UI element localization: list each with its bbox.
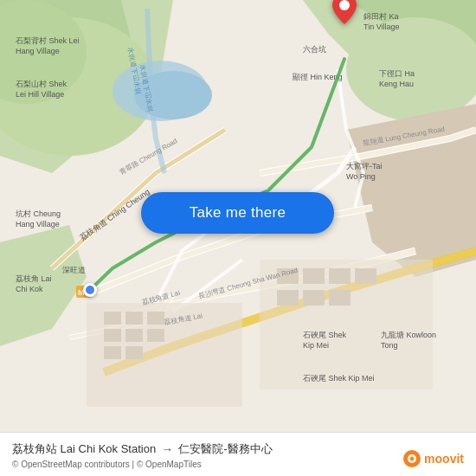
svg-text:石梨背村 Shek Lei: 石梨背村 Shek Lei xyxy=(16,36,80,45)
destination-marker xyxy=(332,0,357,28)
svg-rect-18 xyxy=(147,329,164,342)
svg-rect-16 xyxy=(104,329,121,342)
attribution-text: © OpenStreetMap contributors | © OpenMap… xyxy=(12,460,202,469)
svg-text:Chi Kok: Chi Kok xyxy=(16,285,43,293)
svg-text:下徑口 Ha: 下徑口 Ha xyxy=(379,69,415,78)
moovit-logo-icon xyxy=(403,450,421,467)
svg-rect-14 xyxy=(125,312,143,325)
moovit-text: moovit xyxy=(424,452,464,466)
svg-text:大窩坪-Tai: 大窩坪-Tai xyxy=(346,162,383,170)
svg-rect-24 xyxy=(329,268,351,284)
svg-text:Hang Village: Hang Village xyxy=(16,47,60,55)
svg-rect-15 xyxy=(147,312,164,325)
route-from: 荔枝角站 Lai Chi Kok Station xyxy=(12,441,156,457)
svg-text:深旺道: 深旺道 xyxy=(62,266,86,274)
svg-point-61 xyxy=(339,0,350,10)
route-info: 荔枝角站 Lai Chi Kok Station → 仁安醫院-醫務中心 xyxy=(12,441,464,457)
route-arrow: → xyxy=(161,442,173,456)
svg-rect-13 xyxy=(104,312,121,325)
svg-text:荔枝角 Lai: 荔枝角 Lai xyxy=(16,274,52,283)
map-attribution: © OpenStreetMap contributors | © OpenMap… xyxy=(12,460,464,469)
svg-text:Tin Village: Tin Village xyxy=(363,23,400,31)
svg-text:石硤尾 Shek Kip Mei: 石硤尾 Shek Kip Mei xyxy=(303,374,375,383)
svg-text:Kip Mei: Kip Mei xyxy=(303,341,329,350)
svg-text:坑村 Cheung: 坑村 Cheung xyxy=(15,209,61,218)
svg-rect-26 xyxy=(277,290,299,306)
take-me-there-label: Take me there xyxy=(190,204,286,222)
svg-text:Lei Hill Village: Lei Hill Village xyxy=(16,90,64,99)
origin-marker xyxy=(83,283,97,297)
svg-rect-23 xyxy=(303,268,325,284)
svg-text:Wo Ping: Wo Ping xyxy=(346,172,376,181)
take-me-there-button[interactable]: Take me there xyxy=(141,192,334,234)
moovit-logo: moovit xyxy=(403,450,464,467)
svg-text:Hang Village: Hang Village xyxy=(16,220,60,228)
svg-text:錦田村 Ka: 錦田村 Ka xyxy=(363,12,399,21)
map-container: 石梨背村 Shek Lei Hang Village 石梨山村 Shek Lei… xyxy=(0,0,476,476)
svg-text:Tong: Tong xyxy=(381,341,398,350)
svg-text:六合坑: 六合坑 xyxy=(303,45,326,54)
svg-rect-19 xyxy=(104,346,121,359)
svg-text:Keng Hau: Keng Hau xyxy=(379,80,414,88)
route-to: 仁安醫院-醫務中心 xyxy=(178,441,272,457)
svg-rect-27 xyxy=(303,290,325,306)
svg-text:石硤尾 Shek: 石硤尾 Shek xyxy=(303,331,347,339)
map-background: 石梨背村 Shek Lei Hang Village 石梨山村 Shek Lei… xyxy=(0,0,476,476)
svg-text:石梨山村 Shek: 石梨山村 Shek xyxy=(16,80,68,88)
svg-rect-25 xyxy=(355,268,376,284)
svg-text:九龍塘 Kowloon: 九龍塘 Kowloon xyxy=(381,331,436,339)
svg-rect-20 xyxy=(125,346,143,359)
svg-rect-17 xyxy=(125,329,143,342)
svg-rect-28 xyxy=(329,290,351,306)
